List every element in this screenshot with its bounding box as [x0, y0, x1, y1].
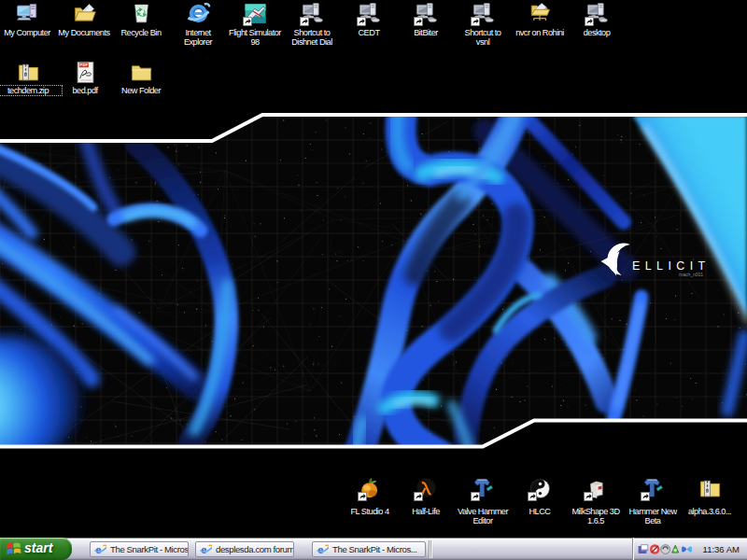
- svg-text:mach_n001: mach_n001: [679, 272, 703, 277]
- svg-text:ELLICIT: ELLICIT: [632, 259, 711, 273]
